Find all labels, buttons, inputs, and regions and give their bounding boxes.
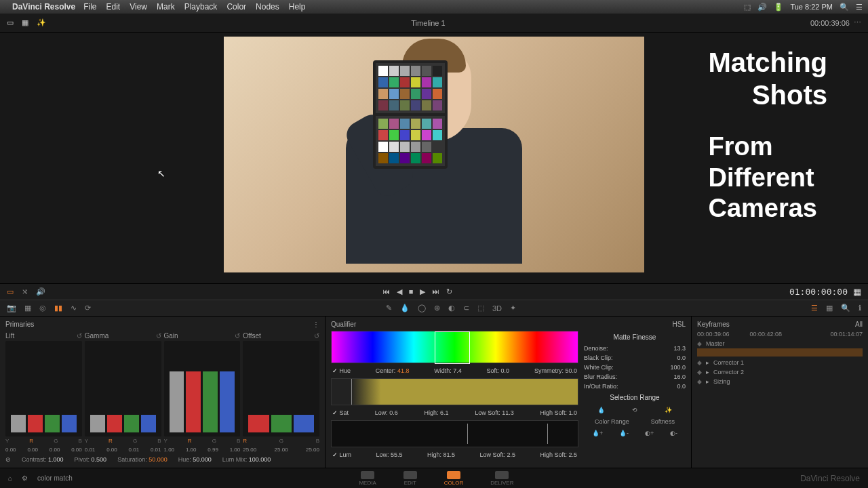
- gain-reset-icon[interactable]: ↺: [235, 332, 240, 340]
- page-color[interactable]: COLOR: [444, 471, 463, 486]
- whiteclip-value[interactable]: 100.0: [670, 364, 686, 371]
- color-wheels-icon[interactable]: ◎: [39, 304, 46, 312]
- inout-value[interactable]: 0.0: [677, 383, 686, 390]
- pivot-value[interactable]: 0.500: [92, 456, 107, 463]
- lummix-value[interactable]: 100.000: [249, 456, 271, 463]
- gamma-bars[interactable]: [85, 341, 161, 436]
- kf-corrector2[interactable]: Corrector 2: [713, 369, 744, 375]
- tracker-tool-icon[interactable]: ⊕: [434, 304, 440, 312]
- page-edit[interactable]: EDIT: [403, 471, 417, 486]
- primaries-bars-icon[interactable]: ▮▮: [54, 304, 62, 312]
- timeline-name[interactable]: Timeline 1: [411, 19, 445, 27]
- picker-icon[interactable]: 💧: [597, 407, 605, 413]
- sat-high[interactable]: 6.1: [440, 409, 449, 416]
- hue-soft[interactable]: 0.0: [501, 367, 510, 374]
- primaries-menu-icon[interactable]: ⋮: [313, 321, 319, 328]
- kf-sizing[interactable]: Sizing: [713, 378, 730, 385]
- blur-tool-icon[interactable]: ◐: [448, 304, 455, 312]
- lift-reset-icon[interactable]: ↺: [77, 332, 82, 340]
- search-icon[interactable]: 🔍: [841, 304, 850, 312]
- bypass-icon[interactable]: ▭: [7, 287, 14, 296]
- sat-low[interactable]: 0.6: [389, 409, 398, 416]
- soft-sub-icon[interactable]: ◐-: [670, 430, 677, 436]
- keyframes-all[interactable]: All: [855, 321, 863, 328]
- invert-icon[interactable]: ⟲: [632, 407, 637, 413]
- refresh-icon[interactable]: ⟳: [85, 304, 91, 312]
- viewer-menu-icon[interactable]: ⋯: [854, 18, 861, 27]
- page-media[interactable]: MEDIA: [359, 471, 376, 486]
- grid-icon[interactable]: ▦: [826, 304, 833, 312]
- battery-icon[interactable]: 🔋: [774, 3, 783, 12]
- soft-add-icon[interactable]: ◐+: [645, 430, 654, 436]
- lum-high[interactable]: 81.5: [443, 451, 455, 458]
- keyframe-mode-icon[interactable]: ☰: [811, 304, 818, 312]
- menu-view[interactable]: View: [130, 2, 147, 12]
- menu-playback[interactable]: Playback: [184, 2, 218, 12]
- blackclip-value[interactable]: 0.0: [677, 354, 686, 361]
- 3d-tool-icon[interactable]: 3D: [492, 304, 502, 312]
- first-frame-button[interactable]: ⏮: [382, 287, 390, 296]
- hue-graph[interactable]: [331, 331, 578, 363]
- hue-value[interactable]: 50.000: [193, 456, 212, 463]
- qualifier-tool-icon[interactable]: 💧: [400, 304, 410, 312]
- magic-icon[interactable]: ✨: [37, 18, 46, 27]
- key-tool-icon[interactable]: ⊂: [463, 304, 469, 312]
- hue-center[interactable]: 41.8: [397, 367, 410, 374]
- offset-bars[interactable]: [243, 341, 319, 436]
- shuffle-icon[interactable]: ⤨: [22, 287, 28, 296]
- play-button[interactable]: ▶: [420, 287, 425, 296]
- master-timecode[interactable]: 01:00:00:00: [789, 287, 848, 297]
- sat-lowsoft[interactable]: 11.3: [502, 409, 514, 416]
- menu-help[interactable]: Help: [289, 2, 306, 12]
- sat-highsoft[interactable]: 1.0: [568, 409, 577, 416]
- kf-track-master[interactable]: [697, 348, 863, 357]
- clock[interactable]: Tue 8:22 PM: [790, 3, 833, 11]
- menu-nodes[interactable]: Nodes: [256, 2, 279, 12]
- prev-frame-button[interactable]: ◀: [397, 287, 402, 296]
- reset-all-icon[interactable]: ⊘: [5, 456, 11, 463]
- lum-low[interactable]: 55.5: [391, 451, 403, 458]
- picker-add-icon[interactable]: 💧+: [592, 430, 603, 436]
- last-frame-button[interactable]: ⏭: [432, 287, 439, 296]
- saturation-value[interactable]: 50.000: [149, 456, 167, 463]
- qualifier-mode[interactable]: HSL: [673, 321, 686, 328]
- viewer-image[interactable]: [224, 37, 644, 272]
- offset-reset-icon[interactable]: ↺: [314, 332, 319, 340]
- sizing-tool-icon[interactable]: ⬚: [477, 304, 484, 312]
- home-icon[interactable]: ⌂: [8, 474, 12, 482]
- lum-highsoft[interactable]: 2.5: [568, 451, 577, 458]
- sat-graph[interactable]: [331, 378, 578, 405]
- dropbox-icon[interactable]: ⬚: [744, 3, 751, 12]
- project-name[interactable]: color match: [37, 474, 73, 482]
- blurradius-value[interactable]: 16.0: [673, 373, 686, 380]
- menu-color[interactable]: Color: [226, 2, 246, 12]
- curves-icon[interactable]: ∿: [71, 304, 77, 312]
- gamma-reset-icon[interactable]: ↺: [156, 332, 161, 340]
- lum-lowsoft[interactable]: 2.5: [507, 451, 515, 458]
- dust-tool-icon[interactable]: ✦: [510, 304, 516, 312]
- spotlight-icon[interactable]: 🔍: [840, 3, 849, 12]
- curves-tool-icon[interactable]: ✎: [386, 304, 392, 312]
- gain-bars[interactable]: [164, 341, 241, 436]
- volume-status-icon[interactable]: 🔊: [757, 3, 767, 12]
- lum-graph[interactable]: [331, 420, 578, 447]
- grid-view-icon[interactable]: ▦: [853, 287, 861, 297]
- stop-button[interactable]: ■: [409, 287, 414, 296]
- app-name[interactable]: DaVinci Resolve: [12, 2, 75, 12]
- denoise-value[interactable]: 13.3: [673, 345, 686, 352]
- contrast-value[interactable]: 1.000: [48, 456, 64, 463]
- window-tool-icon[interactable]: ◯: [418, 304, 426, 312]
- hue-width[interactable]: 7.4: [453, 367, 462, 374]
- kf-master[interactable]: Master: [706, 340, 725, 347]
- menu-mark[interactable]: Mark: [157, 2, 175, 12]
- kf-corrector1[interactable]: Corrector 1: [713, 359, 744, 366]
- loop-button[interactable]: ↻: [446, 287, 452, 296]
- page-deliver[interactable]: DELIVER: [490, 471, 513, 486]
- layout-single-icon[interactable]: ▭: [7, 18, 14, 27]
- hue-symmetry[interactable]: 50.0: [565, 367, 577, 374]
- camera-raw-icon[interactable]: 📷: [7, 304, 16, 312]
- picker-sub-icon[interactable]: 💧-: [619, 430, 629, 436]
- menu-edit[interactable]: Edit: [106, 2, 121, 12]
- settings-icon[interactable]: ⚙: [22, 474, 28, 482]
- wand-icon[interactable]: ✨: [665, 407, 672, 413]
